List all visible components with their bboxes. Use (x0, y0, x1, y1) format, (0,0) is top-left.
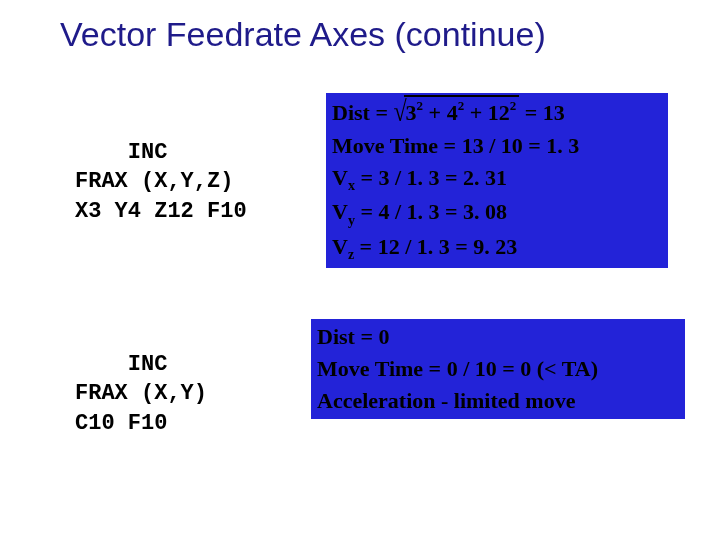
math-line-dist0: Dist = 0 (317, 321, 679, 353)
math-line-accel: Acceleration - limited move (317, 385, 679, 417)
code-line: FRAX (X,Y) (75, 381, 207, 406)
math-block-2: Dist = 0 Move Time = 0 / 10 = 0 (< TA) A… (310, 318, 686, 420)
math-line-movetime: Move Time = 13 / 10 = 1. 3 (332, 130, 662, 162)
plus-icon: + (470, 100, 488, 125)
sqrt-body: 32 + 42 + 122 (404, 95, 520, 129)
v-sub: y (348, 213, 355, 228)
math-line-dist: Dist = √ 32 + 42 + 122 = 13 (332, 95, 662, 130)
v-rest: = 12 / 1. 3 = 9. 23 (354, 234, 517, 259)
code-line: INC (128, 140, 168, 165)
math-block-1: Dist = √ 32 + 42 + 122 = 13 Move Time = … (325, 92, 669, 269)
code-line: INC (128, 352, 168, 377)
v-sub: z (348, 247, 354, 262)
val: 12 (488, 100, 510, 125)
v-rest: = 4 / 1. 3 = 3. 08 (355, 199, 507, 224)
v-rest: = 3 / 1. 3 = 2. 31 (355, 165, 507, 190)
v-label: V (332, 199, 348, 224)
math-line-vy: Vy = 4 / 1. 3 = 3. 08 (332, 196, 662, 231)
code-block-1: INC FRAX (X,Y,Z) X3 Y4 Z12 F10 (75, 108, 247, 256)
v-label: V (332, 234, 348, 259)
slide: Vector Feedrate Axes (continue) INC FRAX… (0, 0, 720, 540)
dist-result: = 13 (519, 100, 565, 125)
code-line: C10 F10 (75, 411, 167, 436)
math-line-vx: Vx = 3 / 1. 3 = 2. 31 (332, 162, 662, 197)
math-line-movetime0: Move Time = 0 / 10 = 0 (< TA) (317, 353, 679, 385)
val: 4 (447, 100, 458, 125)
code-block-2: INC FRAX (X,Y) C10 F10 (75, 320, 207, 468)
code-line: FRAX (X,Y,Z) (75, 169, 233, 194)
code-line: X3 Y4 Z12 F10 (75, 199, 247, 224)
v-label: V (332, 165, 348, 190)
exp: 2 (417, 98, 424, 113)
exp: 2 (458, 98, 465, 113)
plus-icon: + (429, 100, 447, 125)
dist-label: Dist = (332, 100, 393, 125)
exp: 2 (510, 98, 517, 113)
val: 3 (406, 100, 417, 125)
math-line-vz: Vz = 12 / 1. 3 = 9. 23 (332, 231, 662, 266)
v-sub: x (348, 178, 355, 193)
slide-title: Vector Feedrate Axes (continue) (60, 15, 680, 54)
